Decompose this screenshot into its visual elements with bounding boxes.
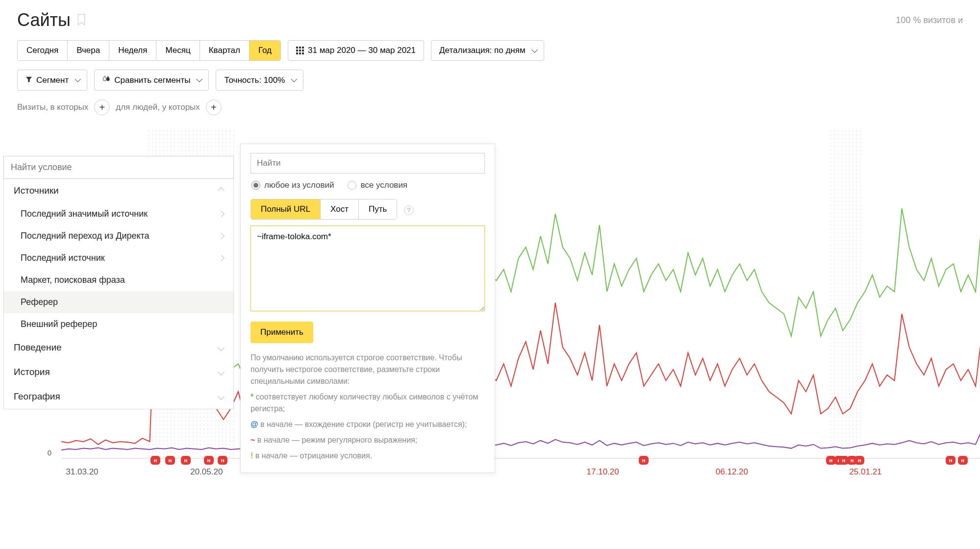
compare-segments-button[interactable]: Сравнить сегменты (94, 70, 209, 91)
category-География[interactable]: География (4, 384, 233, 409)
segment-label: Сегмент (36, 75, 69, 85)
period-tab-1[interactable]: Вчера (68, 41, 109, 60)
subitem-Внешний реферер[interactable]: Внешний реферер (4, 313, 233, 335)
calendar-icon (296, 47, 304, 54)
hint-bang-symbol: ! (251, 451, 255, 460)
period-tab-3[interactable]: Месяц (156, 41, 200, 60)
x-tick-0: 31.03.20 (66, 467, 98, 477)
title-row: Сайты 100 % визитов и (17, 10, 963, 30)
category-Поведение[interactable]: Поведение (4, 335, 233, 360)
radio-all-label: все условия (360, 180, 407, 190)
date-range-button[interactable]: 31 мар 2020 — 30 мар 2021 (288, 40, 424, 61)
add-visits-condition-button[interactable]: + (94, 100, 110, 115)
url-tab-2[interactable]: Путь (359, 200, 397, 219)
radio-all-conditions[interactable]: все условия (348, 180, 407, 190)
hint-tilde-text: в начале — режим регулярного выражения; (257, 436, 417, 444)
hint-tilde-symbol: ~ (251, 436, 257, 444)
radio-any-condition[interactable]: любое из условий (251, 180, 334, 190)
subitem-Маркет, поисковая фраза[interactable]: Маркет, поисковая фраза (4, 269, 233, 291)
conditions-category-panel: ИсточникиПоследний значимый источникПосл… (3, 156, 234, 409)
toolbar-segments: Сегмент Сравнить сегменты Точность: 100% (17, 70, 963, 91)
add-people-condition-button[interactable]: + (206, 100, 222, 115)
for-people-label: для людей, у которых (116, 102, 200, 112)
event-marker-10[interactable]: н (854, 456, 864, 465)
event-marker-12[interactable]: н (958, 456, 968, 465)
event-marker-0[interactable]: н (151, 456, 160, 465)
accuracy-button[interactable]: Точность: 100% (216, 70, 303, 91)
visits-in-which-label: Визиты, в которых (17, 102, 88, 112)
x-tick-1: 20.05.20 (190, 467, 223, 477)
toolbar-period: СегодняВчераНеделяМесяцКварталГод 31 мар… (17, 40, 963, 61)
page-title: Сайты (17, 10, 71, 30)
help-icon[interactable]: ? (404, 205, 414, 215)
hint-bang-text: в начале — отрицание условия. (255, 451, 372, 460)
url-mode-tabs: Полный URLХостПуть (251, 199, 397, 220)
period-tab-2[interactable]: Неделя (109, 41, 156, 60)
date-range-text: 31 мар 2020 — 30 мар 2021 (308, 46, 416, 55)
period-tab-5[interactable]: Год (250, 41, 280, 60)
find-condition-input[interactable] (3, 156, 234, 179)
find-input[interactable] (251, 153, 485, 174)
visits-percent-label: 100 % визитов и (896, 15, 963, 25)
accuracy-label: Точность: 100% (224, 75, 285, 85)
x-tick-2: 17.10.20 (587, 467, 619, 477)
hint-at-symbol: @ (251, 420, 260, 428)
url-pattern-textarea[interactable] (251, 225, 485, 311)
event-marker-11[interactable]: н (946, 456, 955, 465)
subitem-Последний значимый источник[interactable]: Последний значимый источник (4, 203, 233, 225)
url-tab-1[interactable]: Хост (321, 200, 359, 219)
period-tab-0[interactable]: Сегодня (18, 41, 68, 60)
segment-builder-bar: Визиты, в которых + для людей, у которых… (17, 100, 963, 115)
event-marker-3[interactable]: н (204, 456, 214, 465)
subitem-Реферер[interactable]: Реферер (4, 291, 233, 313)
category-История[interactable]: История (4, 360, 233, 384)
detail-button[interactable]: Детализация: по дням (431, 40, 544, 61)
subitem-Последний переход из Директа[interactable]: Последний переход из Директа (4, 225, 233, 247)
hint-star-text: соответствует любому количеству любых си… (251, 393, 478, 413)
compare-label: Сравнить сегменты (114, 75, 190, 85)
url-tab-0[interactable]: Полный URL (251, 200, 321, 219)
hint-at-text: в начале — вхождение строки (регистр не … (260, 420, 467, 428)
segment-button[interactable]: Сегмент (17, 70, 87, 91)
period-tab-4[interactable]: Квартал (200, 41, 250, 60)
bookmark-icon[interactable] (76, 13, 86, 27)
event-marker-5[interactable]: н (639, 456, 649, 465)
hint-block: По умолчанию используется строгое соотве… (251, 352, 485, 462)
hint-star-symbol: * (251, 393, 256, 401)
radio-any-label: любое из условий (264, 180, 334, 190)
y-tick-0: 0 (48, 449, 51, 457)
event-marker-2[interactable]: н (181, 456, 191, 465)
event-marker-4[interactable]: н (218, 456, 227, 465)
referer-filter-popup: любое из условий все условия Полный URLХ… (240, 144, 495, 473)
event-marker-1[interactable]: н (165, 456, 175, 465)
period-tabs: СегодняВчераНеделяМесяцКварталГод (17, 40, 281, 61)
funnel-icon (25, 75, 32, 85)
subitem-Последний источник[interactable]: Последний источник (4, 247, 233, 269)
x-tick-4: 25.01.21 (849, 467, 881, 477)
droplets-icon (102, 75, 110, 85)
apply-button[interactable]: Применить (251, 322, 313, 343)
detail-text: Детализация: по дням (439, 46, 526, 55)
hint-lead: По умолчанию используется строгое соотве… (251, 352, 485, 387)
x-tick-3: 06.12.20 (716, 467, 748, 477)
category-Источники[interactable]: Источники (4, 178, 233, 203)
